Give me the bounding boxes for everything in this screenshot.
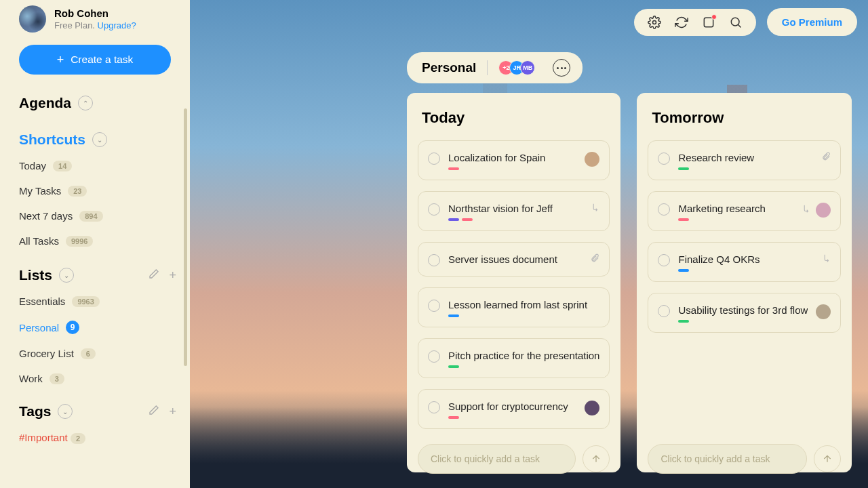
task-title: Finalize Q4 OKRs — [678, 253, 813, 265]
add-tag-icon[interactable]: + — [169, 405, 176, 419]
sidebar-item-my-tasks[interactable]: My Tasks23 — [19, 185, 176, 197]
task-tag — [462, 218, 473, 221]
task-card[interactable]: Pitch practice for the presentation — [418, 338, 610, 378]
notifications-icon[interactable] — [702, 16, 715, 29]
task-checkbox[interactable] — [428, 152, 440, 165]
task-checkbox[interactable] — [428, 203, 440, 216]
create-task-button[interactable]: + Create a task — [19, 45, 171, 75]
upgrade-link[interactable]: Upgrade? — [98, 20, 136, 30]
task-card[interactable]: Usability testings for 3rd flow — [648, 293, 841, 333]
task-card[interactable]: Research review — [648, 140, 841, 180]
task-card[interactable]: Lesson learned from last sprint — [418, 287, 610, 327]
task-checkbox[interactable] — [658, 152, 670, 165]
column-title: Tomorrow — [652, 109, 841, 127]
count-badge: 9 — [66, 321, 79, 334]
board-header: Personal +2 JR MB — [407, 52, 583, 83]
task-card[interactable]: Northstar vision for Jeff — [418, 191, 610, 231]
quick-add: Click to quickly add a task — [648, 444, 841, 474]
agenda-header[interactable]: Agenda ⌃ — [19, 95, 176, 111]
shortcuts-header[interactable]: Shortcuts ⌄ — [19, 131, 176, 148]
task-tag — [678, 218, 689, 221]
sidebar-list-personal[interactable]: Personal9 — [19, 321, 176, 334]
count-badge: 9963 — [72, 296, 99, 307]
nav-label: Work — [19, 373, 43, 384]
sync-icon[interactable] — [675, 16, 688, 29]
task-card[interactable]: Localization for Spain — [418, 140, 610, 180]
agenda-title: Agenda — [19, 95, 71, 111]
search-icon[interactable] — [729, 16, 743, 29]
task-card[interactable]: Finalize Q4 OKRs — [648, 242, 841, 282]
go-premium-button[interactable]: Go Premium — [767, 8, 857, 36]
topbar-icon-group — [634, 9, 756, 36]
plan-text: Free Plan. Upgrade? — [54, 20, 136, 30]
task-checkbox[interactable] — [658, 254, 670, 266]
chevron-down-icon: ⌄ — [58, 404, 73, 419]
task-card[interactable]: Support for cryptocurrency — [418, 389, 610, 429]
edit-icon[interactable] — [149, 405, 159, 419]
column-title: Today — [422, 109, 610, 127]
count-badge: 6 — [81, 348, 96, 359]
task-checkbox[interactable] — [658, 203, 670, 216]
task-card[interactable]: Marketing research — [648, 191, 841, 231]
task-checkbox[interactable] — [658, 305, 670, 317]
assignee-avatar — [585, 152, 599, 167]
subtask-icon — [801, 204, 810, 216]
tags-header[interactable]: Tags ⌄ + — [19, 403, 176, 420]
subtask-icon — [590, 203, 599, 215]
sidebar-list-grocery-list[interactable]: Grocery List6 — [19, 348, 176, 359]
tags-section: Tags ⌄ + #Important 2 — [0, 403, 190, 443]
task-tag — [448, 218, 459, 221]
profile[interactable]: Rob Cohen Free Plan. Upgrade? — [0, 5, 190, 33]
topbar: Go Premium — [634, 8, 857, 36]
task-title: Research review — [678, 152, 813, 163]
task-tag — [448, 416, 459, 419]
quick-add-submit[interactable] — [814, 445, 841, 472]
task-title: Lesson learned from last sprint — [448, 299, 599, 310]
user-avatar[interactable] — [19, 5, 46, 33]
nav-label: Personal — [19, 322, 59, 333]
task-title: Support for cryptocurrency — [448, 401, 576, 412]
tag-important[interactable]: #Important 2 — [19, 432, 176, 443]
chevron-down-icon: ⌄ — [59, 268, 74, 283]
nav-label: My Tasks — [19, 185, 61, 197]
main-board: Go Premium Personal +2 JR MB TodayLocali… — [190, 0, 868, 488]
sidebar-list-essentials[interactable]: Essentials9963 — [19, 296, 176, 307]
columns: TodayLocalization for SpainNorthstar vis… — [407, 93, 868, 472]
task-card[interactable]: Server issues document — [418, 242, 610, 277]
collab-mb: MB — [520, 60, 535, 75]
count-badge: 14 — [53, 161, 72, 171]
tags-title: Tags — [19, 403, 51, 420]
lists-title: Lists — [19, 267, 52, 283]
settings-icon[interactable] — [648, 16, 661, 29]
task-title: Pitch practice for the presentation — [448, 350, 599, 361]
sidebar-item-today[interactable]: Today14 — [19, 160, 176, 171]
task-checkbox[interactable] — [428, 300, 440, 312]
board-more-button[interactable] — [553, 59, 570, 77]
sidebar-scrollbar[interactable] — [184, 108, 187, 366]
column-tomorrow: TomorrowResearch reviewMarketing researc… — [637, 93, 852, 472]
attachment-icon — [821, 152, 831, 164]
sidebar-item-next-7-days[interactable]: Next 7 days894 — [19, 210, 176, 222]
edit-icon[interactable] — [149, 268, 159, 283]
task-checkbox[interactable] — [428, 350, 440, 363]
create-task-label: Create a task — [71, 54, 133, 66]
task-tag — [448, 365, 459, 368]
nav-label: All Tasks — [19, 235, 59, 247]
task-title: Usability testings for 3rd flow — [678, 304, 808, 316]
collaborators[interactable]: +2 JR MB — [498, 60, 535, 75]
task-checkbox[interactable] — [428, 401, 440, 413]
sidebar-list-work[interactable]: Work3 — [19, 373, 176, 384]
lists-header[interactable]: Lists ⌄ + — [19, 267, 176, 283]
assignee-avatar — [585, 401, 599, 415]
add-list-icon[interactable]: + — [169, 268, 176, 283]
quick-add-submit[interactable] — [583, 445, 610, 472]
task-title: Marketing research — [678, 203, 793, 214]
quick-add-input[interactable]: Click to quickly add a task — [418, 444, 576, 474]
task-tag — [678, 167, 689, 170]
sidebar-item-all-tasks[interactable]: All Tasks9996 — [19, 235, 176, 247]
count-badge: 3 — [50, 373, 64, 384]
task-title: Server issues document — [448, 253, 582, 265]
quick-add-input[interactable]: Click to quickly add a task — [648, 444, 807, 474]
task-checkbox[interactable] — [428, 254, 440, 266]
task-title: Localization for Spain — [448, 152, 576, 163]
